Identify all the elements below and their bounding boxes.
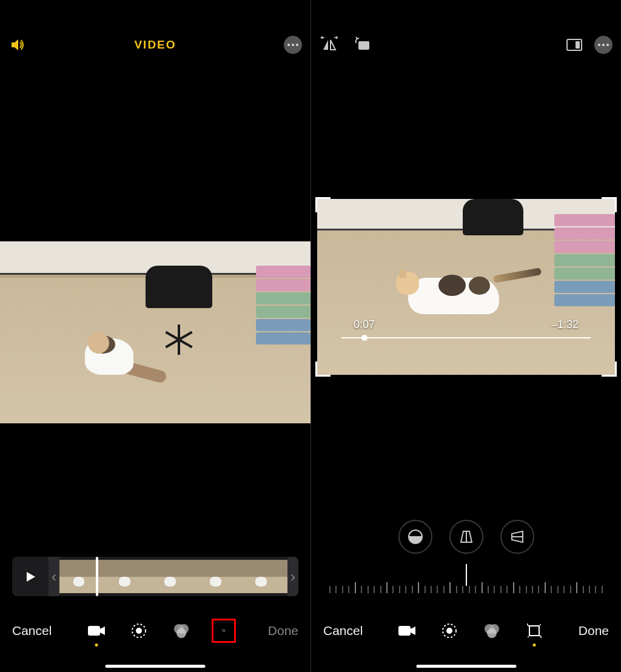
active-indicator xyxy=(95,643,98,647)
video-tool-icon[interactable] xyxy=(395,619,419,643)
aspect-icon[interactable] xyxy=(566,39,582,51)
crop-handles[interactable] xyxy=(317,199,615,375)
cancel-button[interactable]: Cancel xyxy=(7,619,56,643)
horizon-icon[interactable] xyxy=(398,520,432,554)
crop-corner-tl[interactable] xyxy=(315,197,331,212)
ruler-center xyxy=(466,564,467,586)
svg-rect-0 xyxy=(88,626,100,636)
rotate-icon[interactable] xyxy=(354,35,372,55)
trim-handle-right[interactable]: › xyxy=(287,557,298,596)
video-edit-screen: VIDEO xyxy=(0,0,310,672)
done-button[interactable]: Done xyxy=(263,619,303,643)
crop-preview-area: 0:07 –1:32 xyxy=(311,66,621,672)
sound-icon[interactable] xyxy=(8,36,27,54)
mode-title: VIDEO xyxy=(134,38,176,52)
crop-edit-screen: 0:07 –1:32 xyxy=(310,0,621,672)
svg-point-2 xyxy=(136,628,142,634)
crop-tool-icon[interactable] xyxy=(212,619,236,643)
trim-handle-left[interactable]: ‹ xyxy=(49,557,59,596)
straighten-controls xyxy=(311,520,621,554)
straighten-ruler[interactable] xyxy=(329,569,603,593)
vertical-perspective-icon[interactable] xyxy=(449,520,483,554)
crop-tool-icon[interactable] xyxy=(522,619,546,643)
topbar-left: VIDEO xyxy=(0,0,310,66)
svg-rect-13 xyxy=(398,626,411,636)
video-frame[interactable] xyxy=(0,241,310,423)
topbar-right xyxy=(311,0,621,66)
home-indicator[interactable] xyxy=(106,665,206,668)
playhead[interactable] xyxy=(96,557,98,596)
tool-icons xyxy=(84,619,236,643)
active-indicator xyxy=(533,643,536,647)
play-button[interactable] xyxy=(12,557,49,596)
more-icon[interactable] xyxy=(594,36,613,54)
video-preview-area: ‹ › Cancel xyxy=(0,66,310,672)
filters-tool-icon[interactable] xyxy=(169,619,193,643)
svg-point-15 xyxy=(446,628,452,634)
filters-tool-icon[interactable] xyxy=(480,619,504,643)
svg-point-20 xyxy=(540,624,541,625)
svg-rect-9 xyxy=(358,41,369,50)
crop-corner-bl[interactable] xyxy=(315,361,331,377)
tool-icons xyxy=(395,619,546,643)
home-indicator[interactable] xyxy=(416,665,516,668)
flip-icon[interactable] xyxy=(320,35,339,55)
more-icon[interactable] xyxy=(284,36,302,54)
svg-point-5 xyxy=(176,628,186,638)
svg-point-18 xyxy=(487,628,497,638)
video-tool-icon[interactable] xyxy=(84,619,109,643)
adjust-tool-icon[interactable] xyxy=(127,619,151,643)
horizontal-perspective-icon[interactable] xyxy=(500,520,534,554)
bottom-toolbar: Cancel Done xyxy=(311,600,621,661)
cancel-button[interactable]: Cancel xyxy=(318,619,368,643)
timeline-thumbnails[interactable] xyxy=(59,560,287,593)
svg-point-21 xyxy=(528,636,529,637)
crop-corner-tr[interactable] xyxy=(602,197,617,212)
timeline[interactable]: ‹ › xyxy=(12,557,298,596)
adjust-tool-icon[interactable] xyxy=(437,619,462,643)
crop-frame[interactable]: 0:07 –1:32 xyxy=(317,199,615,375)
bottom-toolbar: Cancel Done xyxy=(0,600,310,661)
svg-rect-6 xyxy=(223,630,224,631)
crop-corner-br[interactable] xyxy=(602,361,617,377)
svg-rect-19 xyxy=(529,626,539,636)
done-button[interactable]: Done xyxy=(574,619,614,643)
